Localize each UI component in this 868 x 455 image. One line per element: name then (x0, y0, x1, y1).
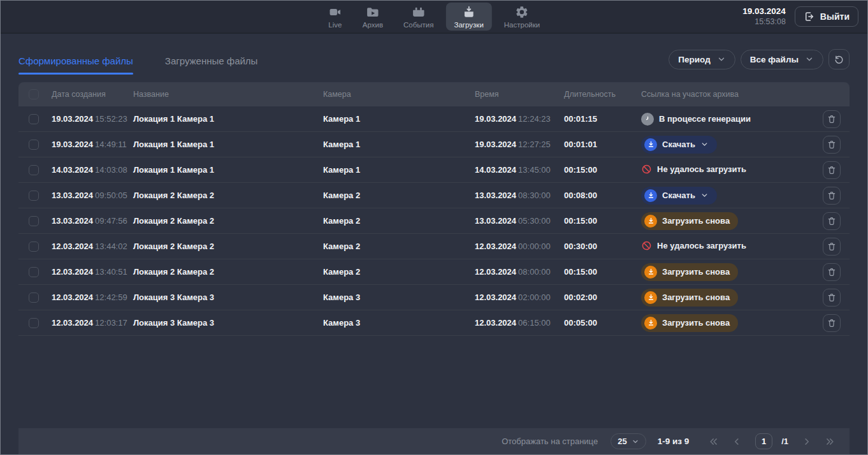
row-checkbox[interactable] (29, 318, 39, 328)
period-filter-label: Период (678, 55, 710, 64)
status-label: Не удалось загрузить (657, 241, 746, 250)
archive-link-cell: Скачать (641, 136, 811, 154)
delete-row-button[interactable] (823, 314, 841, 332)
table-row: 12.03.202413:40:51 Локация 2 Камера 2 Ка… (18, 259, 850, 285)
prev-page-button[interactable] (730, 435, 744, 449)
refresh-button[interactable] (828, 49, 850, 69)
creation-date-cell: 13.03.202409:50:05 (52, 191, 133, 200)
camera-cell: Камера 3 (323, 318, 475, 328)
logout-label: Выйти (820, 11, 850, 22)
table-row: 13.03.202409:47:56 Локация 2 Камера 2 Ка… (18, 208, 850, 234)
delete-row-button[interactable] (823, 110, 841, 128)
current-datetime: 19.03.2024 15:53:08 (742, 6, 786, 27)
nav-item-archive-folder[interactable]: Архив (354, 3, 391, 31)
download-button[interactable]: Скачать (641, 187, 717, 205)
tab-1[interactable]: Загруженные файлы (165, 55, 258, 75)
duration-cell: 00:15:00 (564, 267, 641, 277)
row-checkbox[interactable] (29, 114, 39, 124)
row-checkbox[interactable] (29, 191, 39, 201)
camera-cell: Камера 1 (323, 114, 475, 124)
download-icon (644, 266, 657, 278)
delete-row-button[interactable] (823, 289, 841, 307)
nav-item-video-camera[interactable]: Live (320, 3, 351, 31)
main-content: Сформированные файлыЗагруженные файлы Пе… (1, 49, 867, 336)
retry-button-label: Загрузить снова (662, 318, 730, 328)
last-page-button[interactable] (823, 435, 837, 449)
period-filter-button[interactable]: Период (669, 50, 735, 69)
creation-date-cell: 14.03.202414:03:08 (52, 165, 133, 175)
retry-button-label: Загрузить снова (662, 267, 730, 277)
archive-link-cell: В процессе генерации (641, 113, 811, 126)
row-checkbox[interactable] (29, 267, 39, 277)
creation-date-cell: 12.03.202412:03:17 (52, 318, 133, 328)
nav-item-label: Live (328, 21, 342, 29)
delete-row-button[interactable] (823, 263, 841, 281)
creation-date-cell: 12.03.202412:42:59 (52, 292, 133, 302)
row-checkbox[interactable] (29, 292, 39, 303)
download-button[interactable]: Скачать (641, 136, 717, 154)
current-page-indicator[interactable]: 1 (755, 433, 772, 449)
duration-cell: 00:08:00 (564, 191, 641, 200)
trash-icon (827, 165, 837, 175)
archive-link-cell: Загрузить снова (641, 212, 811, 230)
rows-range-label: 1-9 из 9 (658, 437, 690, 446)
first-page-button[interactable] (707, 435, 721, 449)
tabs: Сформированные файлыЗагруженные файлы (18, 55, 257, 75)
record-time-cell: 14.03.202413:45:00 (475, 165, 564, 175)
creation-date-cell: 19.03.202414:49:11 (52, 140, 133, 149)
next-page-button[interactable] (800, 435, 814, 449)
file-type-filter-button[interactable]: Все файлы (741, 50, 823, 69)
delete-row-button[interactable] (823, 238, 841, 256)
archive-link-cell: Не удалось загрузить (641, 164, 811, 177)
files-table: Дата создания Название Камера Время Длит… (18, 82, 850, 336)
file-name-cell: Локация 1 Камера 1 (133, 165, 323, 175)
nav-item-label: Настройки (504, 21, 540, 29)
record-time-cell: 12.03.202406:15:00 (475, 318, 564, 328)
pagination-bar: Отображать на странице 25 1-9 из 9 1 /1 (18, 428, 850, 454)
nav-item-gear[interactable]: Настройки (496, 3, 548, 31)
nav-item-label: События (403, 21, 433, 29)
delete-row-button[interactable] (823, 187, 841, 205)
file-type-filter-label: Все файлы (750, 55, 799, 64)
tab-0[interactable]: Сформированные файлы (18, 55, 133, 75)
record-time-cell: 12.03.202408:00:00 (475, 267, 564, 277)
row-checkbox[interactable] (29, 216, 39, 226)
record-time-cell: 19.03.202412:27:25 (475, 140, 564, 149)
download-tray-icon (462, 5, 476, 19)
file-name-cell: Локация 3 Камера 3 (133, 318, 323, 328)
logout-button[interactable]: Выйти (795, 6, 858, 27)
delete-row-button[interactable] (823, 136, 841, 154)
main-navigation: Live Архив События Загрузки Настройки (320, 1, 548, 32)
retry-download-button[interactable]: Загрузить снова (641, 263, 738, 281)
column-header: Время (475, 90, 564, 99)
retry-download-button[interactable]: Загрузить снова (641, 314, 738, 332)
per-page-select[interactable]: 25 (611, 433, 646, 449)
table-row: 19.03.202414:49:11 Локация 1 Камера 1 Ка… (18, 132, 850, 157)
delete-row-button[interactable] (823, 212, 841, 230)
download-icon (644, 138, 657, 151)
status-failed: Не удалось загрузить (641, 240, 746, 251)
row-checkbox[interactable] (29, 165, 39, 175)
column-header: Дата создания (52, 90, 133, 99)
table-row: 19.03.202415:52:23 Локация 1 Камера 1 Ка… (18, 106, 850, 132)
status-label: В процессе генерации (659, 114, 751, 124)
trash-icon (827, 140, 837, 150)
creation-date-cell: 12.03.202413:44:02 (52, 242, 133, 251)
video-camera-icon (328, 5, 342, 19)
nav-item-calendar-events[interactable]: События (395, 3, 442, 31)
filters: Период Все файлы (669, 49, 850, 75)
nav-item-download-tray[interactable]: Загрузки (446, 3, 492, 31)
trash-icon (827, 216, 837, 226)
row-checkbox[interactable] (29, 140, 39, 150)
calendar-events-icon (412, 5, 426, 19)
select-all-checkbox[interactable] (29, 89, 39, 99)
retry-download-button[interactable]: Загрузить снова (641, 289, 738, 307)
double-chevron-right-icon (824, 436, 835, 447)
camera-cell: Камера 2 (323, 267, 475, 277)
duration-cell: 00:01:15 (564, 114, 641, 124)
row-checkbox[interactable] (29, 242, 39, 252)
retry-download-button[interactable]: Загрузить снова (641, 212, 738, 230)
column-header: Название (133, 90, 323, 99)
table-row: 14.03.202414:03:08 Локация 1 Камера 1 Ка… (18, 157, 850, 183)
delete-row-button[interactable] (823, 161, 841, 179)
